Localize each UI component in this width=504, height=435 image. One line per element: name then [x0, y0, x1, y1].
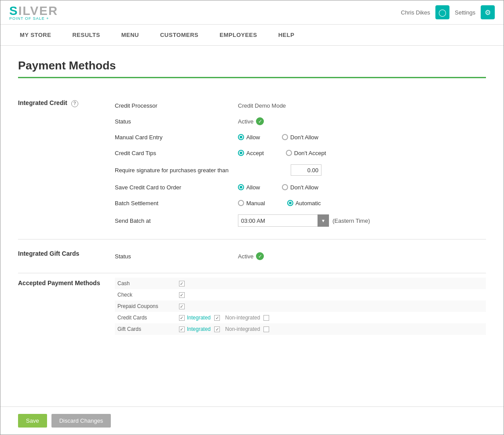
- credit-integrated-checkbox[interactable]: ✓: [214, 315, 220, 321]
- tips-group: Accept Don't Accept: [238, 150, 339, 156]
- apm-row-cash: Cash ✓: [115, 278, 486, 289]
- apm-row-gift-cards: Gift Cards ✓ Integrated ✓ Non-integrated: [115, 323, 486, 335]
- page-title: Payment Methods: [18, 59, 486, 72]
- batch-manual-label: Manual: [246, 200, 265, 207]
- check-checkbox[interactable]: ✓: [179, 292, 185, 298]
- help-icon[interactable]: ?: [71, 100, 78, 107]
- timezone-label: (Eastern Time): [332, 218, 370, 224]
- require-signature-row: Require signature for purchases greater …: [115, 161, 486, 179]
- save-cc-allow-label: Allow: [246, 184, 260, 191]
- batch-auto-radio[interactable]: Automatic: [287, 200, 321, 207]
- settings-label: Settings: [455, 9, 475, 16]
- status-label: Status: [115, 118, 238, 125]
- dont-allow-radio-circle: [282, 134, 288, 140]
- gift-nonintegrated-label: Non-integrated: [225, 326, 260, 332]
- gift-cards-status-row: Status Active ✓: [115, 248, 486, 264]
- allow-radio[interactable]: Allow: [238, 134, 260, 141]
- apm-check-gift-cards[interactable]: ✓: [176, 326, 187, 332]
- credit-processor-row: Credit Processor Credit Demo Mode: [115, 98, 486, 113]
- apm-section-label: Accepted Payment Methods: [18, 278, 115, 335]
- nav-item-menu[interactable]: MENU: [111, 25, 150, 45]
- gift-cards-status-label: Status: [115, 253, 238, 260]
- dont-accept-radio[interactable]: Don't Accept: [286, 150, 326, 156]
- batch-auto-label: Automatic: [296, 200, 321, 207]
- nav-item-customers[interactable]: CUSTOMERS: [150, 25, 209, 45]
- allow-radio-circle: [238, 134, 244, 140]
- credit-processor-label: Credit Processor: [115, 102, 238, 109]
- apm-check-cash[interactable]: ✓: [176, 281, 187, 286]
- discard-button[interactable]: Discard Changes: [51, 414, 111, 428]
- nav-item-my-store[interactable]: MY STORE: [9, 25, 62, 45]
- header: SILVER POINT OF SALE + Chris Dikes ◯ Set…: [0, 0, 504, 25]
- credit-card-tips-row: Credit Card Tips Accept Don't Accept: [115, 145, 486, 161]
- save-cc-dont-allow-radio[interactable]: Don't Allow: [282, 184, 318, 191]
- require-signature-label: Require signature for purchases greater …: [115, 167, 291, 174]
- manual-card-entry-group: Allow Don't Allow: [238, 134, 332, 141]
- save-cc-allow-circle: [238, 184, 244, 190]
- status-active: Active ✓: [238, 117, 264, 125]
- save-cc-allow-radio[interactable]: Allow: [238, 184, 260, 191]
- integrated-credit-label: Integrated Credit ?: [18, 98, 115, 230]
- nav-item-help[interactable]: HELP: [268, 25, 305, 45]
- credit-cards-checkbox[interactable]: ✓: [179, 315, 185, 321]
- batch-manual-radio[interactable]: Manual: [238, 200, 265, 207]
- green-divider: [18, 77, 486, 78]
- manual-card-entry-label: Manual Card Entry: [115, 134, 238, 141]
- footer: Save Discard Changes: [0, 406, 504, 435]
- settings-icon[interactable]: ⚙: [481, 5, 495, 19]
- dont-allow-radio[interactable]: Don't Allow: [282, 134, 318, 141]
- batch-time-group: ▼ (Eastern Time): [238, 214, 370, 227]
- accepted-payment-methods-section: Accepted Payment Methods Cash ✓ Check ✓: [18, 273, 486, 339]
- dont-allow-label: Don't Allow: [290, 134, 318, 141]
- save-cc-label: Save Credit Card to Order: [115, 184, 238, 191]
- save-cc-dont-allow-circle: [282, 184, 288, 190]
- dont-accept-radio-circle: [286, 150, 292, 156]
- integrated-gift-cards-section: Integrated Gift Cards Status Active ✓: [18, 239, 486, 273]
- gift-integrated-checkbox[interactable]: ✓: [214, 326, 220, 332]
- batch-auto-circle: [287, 200, 293, 206]
- navigation: MY STORE RESULTS MENU CUSTOMERS EMPLOYEE…: [0, 25, 504, 46]
- save-cc-dont-allow-label: Don't Allow: [290, 184, 318, 191]
- apm-check-prepaid[interactable]: ✓: [176, 304, 187, 309]
- integrated-credit-section: Integrated Credit ? Credit Processor Cre…: [18, 89, 486, 239]
- send-batch-row: Send Batch at ▼ (Eastern Time): [115, 211, 486, 230]
- gift-cards-checkbox[interactable]: ✓: [179, 326, 185, 332]
- credit-cards-sub: Integrated ✓ Non-integrated: [187, 315, 269, 321]
- apm-row-check: Check ✓: [115, 289, 486, 301]
- credit-nonintegrated-checkbox[interactable]: [263, 315, 269, 321]
- send-batch-label: Send Batch at: [115, 218, 238, 224]
- batch-group: Manual Automatic: [238, 200, 334, 207]
- gift-cards-check-icon: ✓: [256, 252, 264, 260]
- nav-item-employees[interactable]: EMPLOYEES: [209, 25, 267, 45]
- save-cc-group: Allow Don't Allow: [238, 184, 332, 191]
- apm-check-credit-cards[interactable]: ✓: [176, 315, 187, 321]
- apm-row-credit-cards: Credit Cards ✓ Integrated ✓ Non-integrat…: [115, 312, 486, 323]
- gift-cards-status-active: Active ✓: [238, 252, 264, 260]
- signature-input[interactable]: [291, 164, 321, 176]
- save-button[interactable]: Save: [18, 414, 47, 428]
- apm-table: Cash ✓ Check ✓ Prepaid Coupons ✓: [115, 278, 486, 335]
- apm-name-check: Check: [115, 292, 176, 298]
- gift-nonintegrated-checkbox[interactable]: [263, 326, 269, 332]
- cash-checkbox[interactable]: ✓: [179, 281, 185, 286]
- credit-card-tips-label: Credit Card Tips: [115, 150, 238, 156]
- integrated-gift-cards-label: Integrated Gift Cards: [18, 248, 115, 264]
- logo: SILVER POINT OF SALE +: [9, 4, 58, 21]
- main-content: Payment Methods Integrated Credit ? Cred…: [0, 46, 504, 380]
- apm-check-check[interactable]: ✓: [176, 292, 187, 298]
- gift-integrated-label: Integrated: [187, 326, 211, 332]
- batch-settlement-row: Batch Settlement Manual Automatic: [115, 195, 486, 211]
- gift-cards-status-value: Active: [238, 253, 253, 260]
- time-dropdown-button[interactable]: ▼: [318, 214, 329, 227]
- prepaid-checkbox[interactable]: ✓: [179, 304, 185, 309]
- user-icon[interactable]: ◯: [435, 5, 449, 19]
- accept-radio-circle: [238, 150, 244, 156]
- credit-nonintegrated-label: Non-integrated: [225, 315, 260, 321]
- status-value: Active: [238, 118, 253, 125]
- apm-name-prepaid: Prepaid Coupons: [115, 303, 176, 309]
- save-cc-row: Save Credit Card to Order Allow Don't Al…: [115, 179, 486, 195]
- batch-time-input[interactable]: [238, 214, 318, 227]
- credit-processor-value: Credit Demo Mode: [238, 102, 286, 109]
- accept-radio[interactable]: Accept: [238, 150, 264, 156]
- nav-item-results[interactable]: RESULTS: [62, 25, 110, 45]
